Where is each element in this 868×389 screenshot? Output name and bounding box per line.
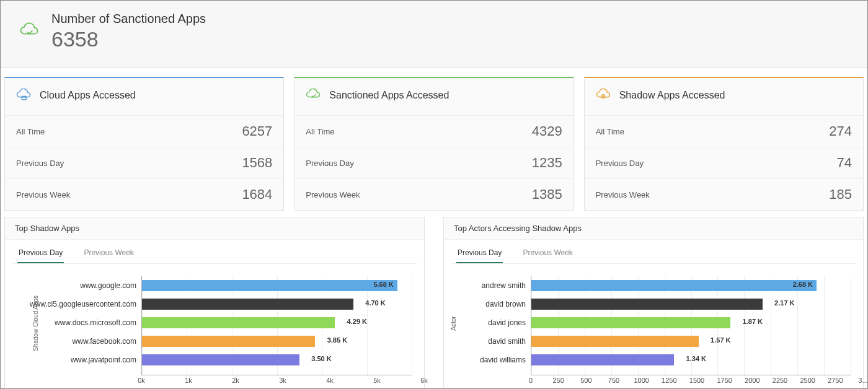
bar-category-label: david williams (480, 354, 526, 365)
x-tick: 0k (138, 377, 145, 384)
bar-category-label: www.google.com (80, 280, 136, 291)
x-tick: 3k (279, 377, 286, 384)
bar[interactable]: 2.68 K (531, 280, 817, 291)
chart-top-shadow-apps: Top Shadow Apps Previous Day Previous We… (4, 217, 425, 389)
header-value: 6358 (51, 27, 206, 51)
bar-value-label: 4.29 K (347, 318, 367, 325)
x-tick: 1750 (717, 377, 732, 384)
bar-value-label: 5.68 K (373, 281, 393, 288)
stat-line: Previous Week1684 (5, 179, 283, 210)
card-cloud-apps: Cloud Apps Accessed All Time6257 Previou… (4, 77, 284, 211)
stat-row: Cloud Apps Accessed All Time6257 Previou… (1, 68, 867, 217)
y-axis-label: Actor (450, 316, 457, 330)
x-tick: 2500 (800, 377, 815, 384)
stat-line: Previous Week1385 (294, 179, 573, 210)
bar-category-label: david jones (488, 317, 526, 328)
chart-title: Top Actors Accessing Shadow Apps (444, 217, 863, 240)
bar[interactable]: 1.87 K (531, 317, 730, 328)
bar-plot: 2.68 K2.17 K1.87 K1.57 K1.34 K (531, 276, 851, 375)
x-tick: 2250 (773, 377, 787, 384)
bar-value-label: 4.70 K (365, 299, 385, 307)
cloud-shield-icon (304, 87, 322, 104)
header-card: Number of Sanctioned Apps 6358 (1, 1, 867, 68)
x-tick: 750 (608, 377, 619, 384)
chart-title: Top Shadow Apps (5, 217, 424, 240)
bar-category-label: david brown (485, 299, 526, 310)
cloud-warning-icon (595, 87, 612, 104)
tab-previous-day[interactable]: Previous Day (17, 245, 64, 263)
tab-previous-week[interactable]: Previous Week (521, 245, 574, 263)
card-shadow-apps: Shadow Apps Accessed All Time274 Previou… (584, 77, 864, 211)
x-tick: 250 (552, 377, 564, 384)
stat-line: All Time6257 (5, 116, 283, 147)
stat-line: Previous Day1235 (294, 147, 573, 179)
bar[interactable]: 3.50 K (142, 354, 299, 365)
bar[interactable]: 1.34 K (531, 354, 674, 365)
bar-value-label: 2.68 K (793, 281, 813, 288)
bar-value-label: 1.57 K (711, 336, 730, 344)
bar[interactable]: 4.70 K (142, 299, 353, 310)
card-sanctioned-apps: Sanctioned Apps Accessed All Time4329 Pr… (294, 77, 574, 211)
bar-value-label: 3.85 K (327, 336, 347, 344)
cloud-shield-icon (18, 20, 40, 43)
bar-category-label: www.docs.microsoft.com (55, 317, 136, 328)
x-tick: 1250 (662, 377, 676, 384)
cloud-apps-icon (15, 87, 32, 104)
bar[interactable]: 1.57 K (531, 336, 699, 347)
x-axis: 0250500750100012501500175020002250250027… (531, 377, 863, 387)
x-tick: 3... (858, 377, 867, 384)
x-tick: 0 (529, 377, 533, 384)
bar-category-label: www.javatpoint.com (71, 354, 136, 365)
stat-line: All Time4329 (294, 116, 573, 147)
tab-previous-day[interactable]: Previous Day (456, 245, 503, 263)
bar[interactable]: 3.85 K (142, 336, 315, 347)
x-tick: 5k (373, 377, 381, 384)
header-title: Number of Sanctioned Apps (51, 12, 206, 26)
bar[interactable]: 2.17 K (531, 299, 763, 310)
y-labels: andrew smithdavid browndavid jonesdavid … (456, 280, 531, 375)
x-tick: 2k (232, 377, 239, 384)
x-tick: 1000 (634, 377, 649, 384)
card-sanctioned-label: Sanctioned Apps Accessed (329, 90, 449, 101)
x-tick: 6k (420, 377, 428, 384)
bar-value-label: 3.50 K (311, 355, 331, 362)
x-tick: 1500 (689, 377, 704, 384)
card-shadow-label: Shadow Apps Accessed (619, 90, 725, 101)
stat-line: Previous Day1568 (5, 147, 283, 179)
x-axis: 0k1k2k3k4k5k6k (141, 377, 424, 387)
bar-value-label: 2.17 K (774, 299, 794, 307)
chart-tabs: Previous Day Previous Week (5, 240, 424, 263)
chart-tabs: Previous Day Previous Week (444, 240, 863, 263)
bar[interactable]: 5.68 K (142, 280, 397, 291)
bar[interactable]: 4.29 K (142, 317, 335, 328)
bar-value-label: 1.34 K (686, 355, 706, 362)
card-cloud-label: Cloud Apps Accessed (40, 90, 136, 101)
bar-plot: 5.68 K4.70 K4.29 K3.85 K3.50 K (141, 276, 412, 375)
y-axis-label: Shadow Cloud Apps (32, 295, 39, 351)
x-tick: 2750 (828, 377, 843, 384)
stat-line: Previous Week185 (585, 179, 863, 210)
bar-category-label: www.facebook.com (73, 336, 136, 347)
bar-category-label: www.ci5.googleusercontent.com (30, 299, 136, 310)
x-tick: 4k (326, 377, 334, 384)
bar-category-label: david smith (488, 336, 526, 347)
bar-category-label: andrew smith (482, 280, 526, 291)
x-tick: 500 (580, 377, 591, 384)
chart-row: Top Shadow Apps Previous Day Previous We… (1, 217, 867, 389)
bar-value-label: 1.87 K (743, 318, 763, 325)
x-tick: 1k (185, 377, 192, 384)
x-tick: 2000 (745, 377, 760, 384)
chart-top-actors: Top Actors Accessing Shadow Apps Previou… (443, 217, 864, 389)
tab-previous-week[interactable]: Previous Week (82, 245, 135, 263)
stat-line: All Time274 (585, 116, 863, 147)
stat-line: Previous Day74 (585, 147, 863, 179)
